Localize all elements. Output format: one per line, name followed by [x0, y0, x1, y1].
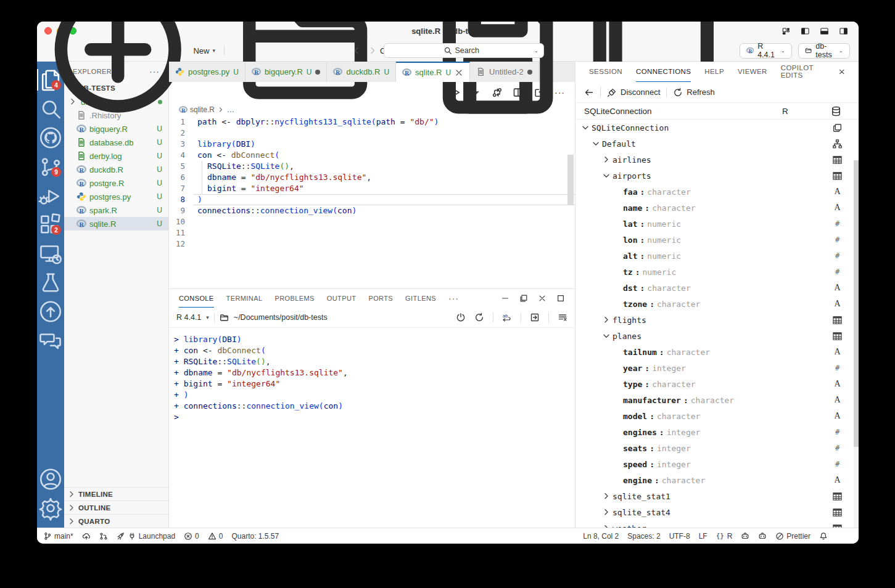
tree-row-Default[interactable]: Default: [575, 136, 859, 152]
tree-row-tzone[interactable]: tzone:characterA: [575, 296, 859, 312]
restart-button[interactable]: [474, 312, 484, 322]
maximize-panel-button[interactable]: [556, 294, 565, 303]
sidebar-section-outline[interactable]: OUTLINE: [64, 500, 168, 514]
status-copilot-chat[interactable]: [758, 532, 767, 541]
panel-bottom-icon[interactable]: [819, 27, 830, 36]
activity-item-publish[interactable]: [37, 297, 64, 326]
status-git-graph[interactable]: [99, 532, 108, 541]
navigate-back-button[interactable]: [352, 46, 361, 55]
panel-left-icon[interactable]: [800, 27, 810, 36]
tree-row-tailnum[interactable]: tailnum:characterA: [575, 344, 859, 360]
status-encoding[interactable]: UTF-8: [669, 532, 690, 541]
tree-row-engines[interactable]: engines:integer#: [575, 424, 859, 440]
status-prettier[interactable]: Prettier: [775, 532, 810, 541]
status-publish-changes[interactable]: [82, 532, 91, 541]
tree-row-faa[interactable]: faa:characterA: [575, 184, 859, 200]
status-indentation[interactable]: Spaces: 2: [627, 532, 660, 541]
chevron-right-icon[interactable]: [601, 523, 611, 528]
status-quarto-version[interactable]: Quarto: 1.5.57: [231, 532, 279, 541]
activity-item-comments[interactable]: [37, 326, 64, 355]
sidebar-section-quarto[interactable]: QUARTO: [64, 514, 168, 528]
chevron-down-icon[interactable]: [601, 171, 611, 181]
status-notifications[interactable]: [819, 532, 828, 541]
status-branch[interactable]: main*: [43, 532, 73, 541]
file-row[interactable]: Rduckdb.RU: [64, 163, 168, 176]
tree-row-alt[interactable]: alt:numeric#: [575, 248, 859, 264]
tree-row-lon[interactable]: lon:numeric#: [575, 232, 859, 248]
chevron-right-icon[interactable]: [601, 155, 611, 165]
right-tab-connections[interactable]: CONNECTIONS: [636, 62, 691, 82]
tree-row-tz[interactable]: tz:numeric#: [575, 264, 859, 280]
activity-item-github[interactable]: [37, 123, 64, 152]
interpreter-selector[interactable]: R R 4.4.1⌄: [740, 43, 792, 59]
soft-wrap-button[interactable]: ab: [502, 312, 512, 322]
tree-row-model[interactable]: model:characterA: [575, 408, 859, 424]
sidebar-section-timeline[interactable]: TIMELINE: [64, 487, 168, 500]
to-editor-button[interactable]: [530, 312, 540, 322]
activity-item-explorer[interactable]: 4: [37, 65, 64, 94]
file-row[interactable]: Rsqlite.RU: [64, 217, 168, 231]
navigate-forward-button[interactable]: [368, 46, 377, 55]
file-row[interactable]: database.dbU: [64, 136, 168, 149]
editor-tab-bigquery.R[interactable]: Rbigquery.RU: [245, 62, 328, 82]
editor-tab-postgres.py[interactable]: postgres.pyU: [169, 62, 245, 82]
status-copilot[interactable]: [741, 532, 749, 541]
right-tab-help[interactable]: HELP: [704, 62, 724, 82]
file-row[interactable]: derby.logU: [64, 149, 168, 163]
close-tab-icon[interactable]: [455, 68, 463, 77]
back-arrow-icon[interactable]: [584, 88, 594, 97]
activity-item-source-control[interactable]: 9: [37, 152, 64, 181]
chevron-right-icon[interactable]: [601, 507, 611, 517]
panel-tab-gitlens[interactable]: GITLENS: [405, 289, 436, 308]
tree-row-manufacturer[interactable]: manufacturer:characterA: [575, 392, 859, 408]
panel-tab-more[interactable]: ···: [448, 289, 459, 308]
panel-right-icon[interactable]: [838, 27, 849, 36]
status-eol[interactable]: LF: [699, 532, 707, 541]
console-output[interactable]: > library(DBI)+ con <- dbConnect(+ RSQLi…: [169, 328, 575, 528]
editor-tab-sqlite.R[interactable]: Rsqlite.RU: [396, 62, 470, 82]
customize-layout-icon[interactable]: [781, 27, 791, 36]
panel-tab-ports[interactable]: PORTS: [368, 289, 393, 308]
activity-item-extensions[interactable]: 2: [37, 210, 64, 239]
tree-row-speed[interactable]: speed:integer#: [575, 456, 859, 472]
tree-row-lat[interactable]: lat:numeric#: [575, 216, 859, 232]
right-tab-viewer[interactable]: VIEWER: [738, 62, 767, 82]
workspace-selector[interactable]: db-tests⌄: [798, 43, 850, 59]
status-cursor-position[interactable]: Ln 8, Col 2: [583, 532, 619, 541]
chevron-down-icon[interactable]: ⌄: [534, 47, 538, 54]
chevron-right-icon[interactable]: [601, 491, 611, 501]
panel-tab-terminal[interactable]: TERMINAL: [226, 289, 263, 308]
chevron-down-icon[interactable]: [591, 139, 601, 149]
search-input[interactable]: Search ⌄: [384, 43, 544, 58]
activity-item-remote-explorer[interactable]: [37, 239, 64, 268]
tree-row-year[interactable]: year:integer#: [575, 360, 859, 376]
tree-row-airlines[interactable]: airlines: [575, 152, 859, 168]
right-tab-copilot-edits[interactable]: COPILOT EDITS: [781, 62, 825, 82]
status-launchpad[interactable]: Launchpad: [117, 532, 175, 541]
activity-item-search[interactable]: [37, 94, 64, 123]
close-panel-button[interactable]: [838, 67, 845, 76]
connections-scrollbar[interactable]: [854, 160, 859, 528]
panel-tab-problems[interactable]: PROBLEMS: [274, 289, 314, 308]
panel-tab-output[interactable]: OUTPUT: [327, 289, 357, 308]
tree-row-dst[interactable]: dst:characterA: [575, 280, 859, 296]
disconnect-button[interactable]: Disconnect: [607, 88, 660, 97]
chevron-down-icon[interactable]: [601, 331, 611, 341]
code-editor[interactable]: 1path <- dbplyr::nycflights131_sqlite(pa…: [169, 116, 575, 288]
editor-tab-Untitled-2[interactable]: Untitled-2: [470, 62, 539, 82]
tree-row-engine[interactable]: engine:characterA: [575, 472, 859, 488]
tree-row-weather[interactable]: weather: [575, 520, 859, 528]
status-errors[interactable]: 0: [184, 532, 199, 541]
close-panel-button[interactable]: [538, 294, 546, 303]
minimize-panel-button[interactable]: [501, 294, 509, 303]
activity-item-run-debug[interactable]: [37, 181, 64, 210]
clear-console-button[interactable]: [558, 312, 567, 322]
tree-row-flights[interactable]: flights: [575, 312, 859, 328]
file-row[interactable]: Rpostgre.RU: [64, 176, 168, 190]
power-button[interactable]: [456, 312, 466, 322]
activity-item-account[interactable]: [37, 465, 64, 494]
tree-row-airports[interactable]: airports: [575, 168, 859, 184]
tree-row-sqlite_stat4[interactable]: sqlite_stat4: [575, 504, 859, 520]
tree-row-planes[interactable]: planes: [575, 328, 859, 344]
file-row[interactable]: postgres.pyU: [64, 190, 168, 203]
